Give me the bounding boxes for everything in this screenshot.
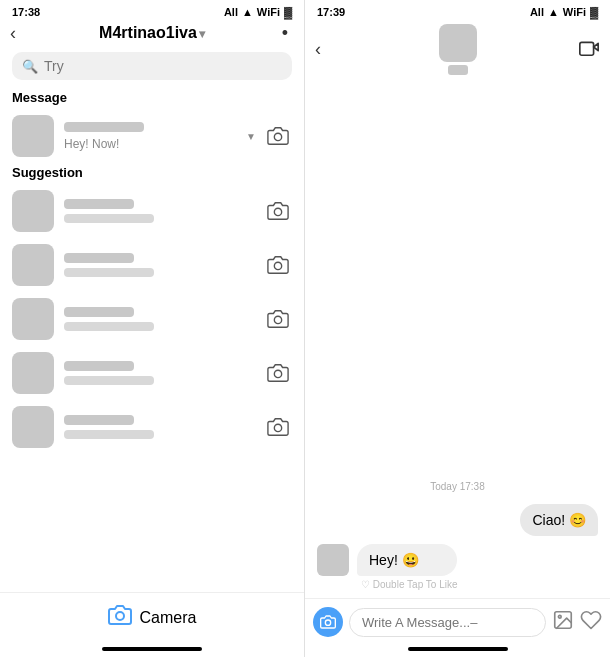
camera-icon-s2[interactable] bbox=[264, 251, 292, 279]
status-icons-left: All ▲ WiFi ▓ bbox=[224, 6, 292, 18]
avatar bbox=[12, 406, 54, 448]
time-right: 17:39 bbox=[317, 6, 345, 18]
contact-info bbox=[64, 307, 254, 331]
battery-icon-left: ▓ bbox=[284, 6, 292, 18]
bubble-left: Hey! 😀 bbox=[357, 544, 457, 576]
contact-name-bar bbox=[64, 199, 134, 209]
back-button-right[interactable]: ‹ bbox=[315, 39, 321, 60]
right-panel: 17:39 All ▲ WiFi ▓ ‹ Today 17:38 Ciao! 😊 bbox=[305, 0, 610, 657]
options-dots[interactable]: • bbox=[282, 23, 290, 44]
camera-icon-message[interactable] bbox=[264, 122, 292, 150]
contact-info bbox=[64, 199, 254, 223]
bubble-left-row: Hey! 😀 ♡ Double Tap To Like bbox=[317, 544, 598, 590]
message-preview: Hey! Now! bbox=[64, 137, 254, 151]
contact-name-bar bbox=[64, 415, 134, 425]
contact-name-bar bbox=[64, 361, 134, 371]
bottom-bar-left: Camera bbox=[0, 592, 304, 647]
camera-input-btn[interactable] bbox=[313, 607, 343, 637]
suggestion-section-label: Suggestion bbox=[0, 163, 304, 184]
status-bar-right: 17:39 All ▲ WiFi ▓ bbox=[305, 0, 610, 20]
message-row[interactable]: Hey! Now! ▼ bbox=[0, 109, 304, 163]
camera-bottom-icon[interactable] bbox=[108, 603, 132, 633]
svg-point-10 bbox=[558, 615, 561, 618]
gallery-icon[interactable] bbox=[552, 609, 574, 636]
svg-point-8 bbox=[325, 620, 330, 625]
camera-icon-s3[interactable] bbox=[264, 305, 292, 333]
profile-area[interactable] bbox=[439, 24, 477, 75]
contact-info bbox=[64, 415, 254, 439]
bubble-left-content: Hey! 😀 ♡ Double Tap To Like bbox=[357, 544, 457, 590]
contact-sub bbox=[64, 268, 154, 277]
contact-name-bar bbox=[64, 307, 134, 317]
contact-info: Hey! Now! bbox=[64, 122, 254, 151]
bubble-right: Ciao! 😊 bbox=[520, 504, 598, 536]
contact-sub bbox=[64, 322, 154, 331]
suggestion-row-1[interactable] bbox=[0, 184, 304, 238]
wifi-icon-left: WiFi bbox=[257, 6, 280, 18]
profile-pic bbox=[439, 24, 477, 62]
input-bar bbox=[305, 598, 610, 647]
chat-area: Today 17:38 Ciao! 😊 Hey! 😀 ♡ Double Tap … bbox=[305, 81, 610, 598]
battery-icon-right: ▓ bbox=[590, 6, 598, 18]
network-label-right: All bbox=[530, 6, 544, 18]
contact-name-bar bbox=[64, 253, 134, 263]
svg-point-4 bbox=[274, 370, 281, 377]
suggestion-row-3[interactable] bbox=[0, 292, 304, 346]
home-indicator-right bbox=[408, 647, 508, 651]
avatar bbox=[12, 244, 54, 286]
left-panel: 17:38 All ▲ WiFi ▓ ‹ M4rtinao1iva▾ • 🔍 M… bbox=[0, 0, 305, 657]
message-input[interactable] bbox=[349, 608, 546, 637]
nav-bar-right: ‹ bbox=[305, 20, 610, 81]
svg-rect-7 bbox=[580, 42, 594, 55]
profile-name-bar bbox=[448, 65, 468, 75]
suggestion-row-5[interactable] bbox=[0, 400, 304, 454]
contact-info bbox=[64, 253, 254, 277]
svg-point-6 bbox=[116, 612, 124, 620]
sender-avatar bbox=[317, 544, 349, 576]
home-indicator-left bbox=[102, 647, 202, 651]
contact-sub bbox=[64, 214, 154, 223]
camera-icon-s1[interactable] bbox=[264, 197, 292, 225]
time-left: 17:38 bbox=[12, 6, 40, 18]
back-button-left[interactable]: ‹ bbox=[10, 23, 16, 44]
dropdown-icon: ▼ bbox=[246, 131, 256, 142]
heart-icon[interactable] bbox=[580, 609, 602, 636]
video-call-icon[interactable] bbox=[578, 36, 600, 63]
contact-title: M4rtinao1iva▾ bbox=[99, 24, 205, 42]
double-tap-hint: ♡ Double Tap To Like bbox=[357, 579, 457, 590]
svg-point-1 bbox=[274, 208, 281, 215]
signal-icon-right: ▲ bbox=[548, 6, 559, 18]
status-bar-left: 17:38 All ▲ WiFi ▓ bbox=[0, 0, 304, 20]
contact-name-bar bbox=[64, 122, 144, 132]
avatar bbox=[12, 190, 54, 232]
signal-icon-left: ▲ bbox=[242, 6, 253, 18]
camera-icon-s4[interactable] bbox=[264, 359, 292, 387]
contact-info bbox=[64, 361, 254, 385]
contact-sub bbox=[64, 376, 154, 385]
svg-point-2 bbox=[274, 262, 281, 269]
search-input[interactable] bbox=[44, 58, 282, 74]
svg-point-0 bbox=[274, 133, 281, 140]
network-label-left: All bbox=[224, 6, 238, 18]
svg-point-3 bbox=[274, 316, 281, 323]
suggestion-row-4[interactable] bbox=[0, 346, 304, 400]
message-section-label: Message bbox=[0, 88, 304, 109]
contact-sub bbox=[64, 430, 154, 439]
status-icons-right: All ▲ WiFi ▓ bbox=[530, 6, 598, 18]
avatar bbox=[12, 298, 54, 340]
camera-icon-s5[interactable] bbox=[264, 413, 292, 441]
suggestion-row-2[interactable] bbox=[0, 238, 304, 292]
avatar bbox=[12, 352, 54, 394]
wifi-icon-right: WiFi bbox=[563, 6, 586, 18]
search-bar[interactable]: 🔍 bbox=[12, 52, 292, 80]
avatar bbox=[12, 115, 54, 157]
chat-timestamp: Today 17:38 bbox=[317, 481, 598, 492]
search-icon: 🔍 bbox=[22, 59, 38, 74]
nav-bar-left: ‹ M4rtinao1iva▾ • bbox=[0, 20, 304, 48]
camera-label: Camera bbox=[140, 609, 197, 627]
svg-point-5 bbox=[274, 424, 281, 431]
